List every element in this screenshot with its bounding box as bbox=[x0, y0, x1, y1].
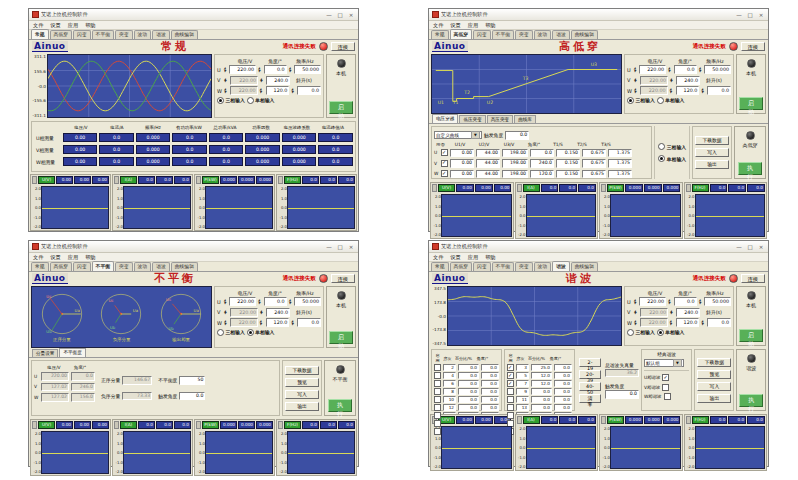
connect-button[interactable]: 连接 bbox=[741, 42, 765, 51]
minimize-button[interactable]: — bbox=[325, 244, 333, 250]
angle-input[interactable]: 240.0 bbox=[676, 76, 700, 85]
trigger-angle-input[interactable]: 0.0 bbox=[179, 392, 205, 401]
action-button[interactable]: 下载数据 bbox=[285, 366, 319, 375]
spinner[interactable]: ▲▼ bbox=[224, 88, 228, 93]
radio-three-phase[interactable]: 三相输入 bbox=[627, 97, 655, 104]
menu-item[interactable]: 应用 bbox=[68, 254, 78, 261]
harmonic-checkbox[interactable] bbox=[434, 420, 441, 427]
ramp-input[interactable]: 0.0 bbox=[707, 318, 731, 327]
menu-item[interactable]: 文件 bbox=[433, 22, 443, 29]
spinner[interactable]: ▲▼ bbox=[224, 320, 228, 325]
mode-tab[interactable]: 曲线编辑 bbox=[571, 30, 598, 39]
spinner[interactable]: ▲▼ bbox=[634, 299, 638, 304]
mode-tab[interactable]: 高低穿 bbox=[450, 262, 472, 271]
angle-value[interactable]: 0.0 bbox=[554, 396, 572, 403]
spinner[interactable]: ▲▼ bbox=[634, 320, 638, 325]
radio-single-phase[interactable]: 单相输入 bbox=[657, 329, 685, 336]
angle-value[interactable]: 0.0 bbox=[481, 372, 499, 379]
spinner[interactable]: ▲▼ bbox=[670, 310, 674, 315]
angle-input[interactable]: 0.0 bbox=[674, 65, 697, 74]
maximize-button[interactable]: □ bbox=[336, 244, 344, 250]
titlebar[interactable]: 艾诺上位机控制软件 —□× bbox=[29, 9, 358, 21]
u2-value[interactable]: 44.00 bbox=[476, 170, 500, 179]
spinner[interactable]: ▲▼ bbox=[224, 67, 228, 72]
t3-value[interactable]: 1.375 bbox=[608, 170, 632, 179]
angle-input[interactable]: 120.0 bbox=[266, 318, 290, 327]
angle-value[interactable]: 0.0 bbox=[481, 388, 499, 395]
mini-spinner[interactable] bbox=[114, 176, 119, 184]
harmonic-checkbox[interactable] bbox=[434, 388, 441, 395]
spinner[interactable]: ▲▼ bbox=[260, 320, 264, 325]
menu-item[interactable]: 设置 bbox=[50, 254, 60, 261]
spinner[interactable]: ▲▼ bbox=[634, 310, 638, 315]
voltage-input[interactable]: 220.00 bbox=[229, 297, 256, 306]
angle-input[interactable]: 120.0 bbox=[676, 86, 700, 95]
angle-value[interactable]: 0.0 bbox=[481, 396, 499, 403]
start-button[interactable]: 启动 bbox=[739, 97, 763, 110]
angle-value[interactable]: 0.0 bbox=[481, 404, 499, 411]
percent-value[interactable]: 0.0 bbox=[458, 404, 479, 411]
minimize-button[interactable]: — bbox=[325, 12, 333, 18]
mode-tab[interactable]: 不平衡 bbox=[492, 262, 514, 271]
menu-item[interactable]: 应用 bbox=[468, 22, 478, 29]
percent-value[interactable]: 0.0 bbox=[458, 372, 479, 379]
harmonic-checkbox[interactable] bbox=[434, 380, 441, 387]
connect-button[interactable]: 连接 bbox=[331, 274, 355, 283]
spinner[interactable]: ▲▼ bbox=[670, 88, 674, 93]
spinner[interactable]: ▲▼ bbox=[258, 299, 262, 304]
sub-tab[interactable]: 低压突变 bbox=[459, 115, 485, 123]
angle-input[interactable]: 0.0 bbox=[264, 297, 287, 306]
mode-tab[interactable]: 闪变 bbox=[473, 262, 491, 271]
spinner[interactable]: ▲▼ bbox=[668, 299, 672, 304]
mode-tab[interactable]: 谐波 bbox=[152, 262, 170, 271]
mode-tab[interactable]: 常规 bbox=[31, 262, 49, 271]
voltage-input[interactable]: 220.00 bbox=[229, 65, 256, 74]
mini-spinner[interactable] bbox=[517, 184, 522, 192]
mode-tab[interactable]: 波动 bbox=[534, 262, 552, 271]
t3-value[interactable]: 1.375 bbox=[608, 159, 632, 168]
angle-input[interactable]: 0.0 bbox=[264, 65, 287, 74]
action-button[interactable]: 下载数据 bbox=[695, 136, 729, 145]
trigger-angle-input[interactable]: 0.0 bbox=[505, 131, 529, 140]
angle-value[interactable]: 0.0 bbox=[554, 404, 572, 411]
mode-tab[interactable]: 闪变 bbox=[73, 262, 91, 271]
harmonic-checkbox[interactable] bbox=[507, 380, 514, 387]
mode-tab[interactable]: 闪变 bbox=[473, 30, 491, 39]
harmonic-checkbox[interactable] bbox=[434, 404, 441, 411]
angle-value[interactable]: 0.0 bbox=[530, 149, 554, 158]
angle-value[interactable]: 240.0 bbox=[530, 159, 554, 168]
mode-tab[interactable]: 波动 bbox=[134, 262, 152, 271]
angle-input[interactable]: 0.0 bbox=[674, 297, 697, 306]
mini-spinner[interactable] bbox=[114, 421, 119, 429]
u1-value[interactable]: 0.00 bbox=[450, 170, 474, 179]
radio-single-phase[interactable]: 单相输入 bbox=[247, 329, 275, 336]
range-button[interactable]: 清零 bbox=[579, 394, 601, 403]
u3-value[interactable]: 198.00 bbox=[502, 170, 528, 179]
mode-tab[interactable]: 谐波 bbox=[552, 30, 570, 39]
harmonic-checkbox[interactable] bbox=[507, 396, 514, 403]
harmonic-checkbox[interactable] bbox=[507, 372, 514, 379]
classic-group-dropdown[interactable]: 默认组▼ bbox=[644, 359, 684, 367]
harmonic-checkbox[interactable] bbox=[507, 404, 514, 411]
u3-value[interactable]: 198.00 bbox=[502, 149, 528, 158]
harmonic-checkbox[interactable] bbox=[434, 428, 441, 435]
menu-item[interactable]: 设置 bbox=[450, 254, 460, 261]
t2-value[interactable]: 0.675 bbox=[582, 159, 606, 168]
u2-value[interactable]: 44.00 bbox=[476, 159, 500, 168]
spinner[interactable]: ▲▼ bbox=[634, 88, 638, 93]
close-button[interactable]: × bbox=[347, 12, 355, 18]
sub-tab[interactable]: 高压突变 bbox=[487, 115, 513, 123]
menu-item[interactable]: 应用 bbox=[68, 22, 78, 29]
ramp-input[interactable]: 0.0 bbox=[297, 318, 321, 327]
titlebar[interactable]: 艾诺上位机控制软件 —□× bbox=[29, 241, 358, 253]
percent-value[interactable]: 0.0 bbox=[531, 396, 552, 403]
mode-tab[interactable]: 常规 bbox=[31, 29, 49, 39]
spinner[interactable]: ▲▼ bbox=[670, 78, 674, 83]
close-button[interactable]: × bbox=[757, 244, 765, 250]
percent-value[interactable]: 0.0 bbox=[458, 388, 479, 395]
t1-value[interactable]: 0.150 bbox=[556, 159, 580, 168]
percent-value[interactable]: 0.0 bbox=[458, 396, 479, 403]
menu-item[interactable]: 文件 bbox=[433, 254, 443, 261]
spinner[interactable]: ▲▼ bbox=[701, 320, 705, 325]
angle-input[interactable]: 240.0 bbox=[676, 308, 700, 317]
